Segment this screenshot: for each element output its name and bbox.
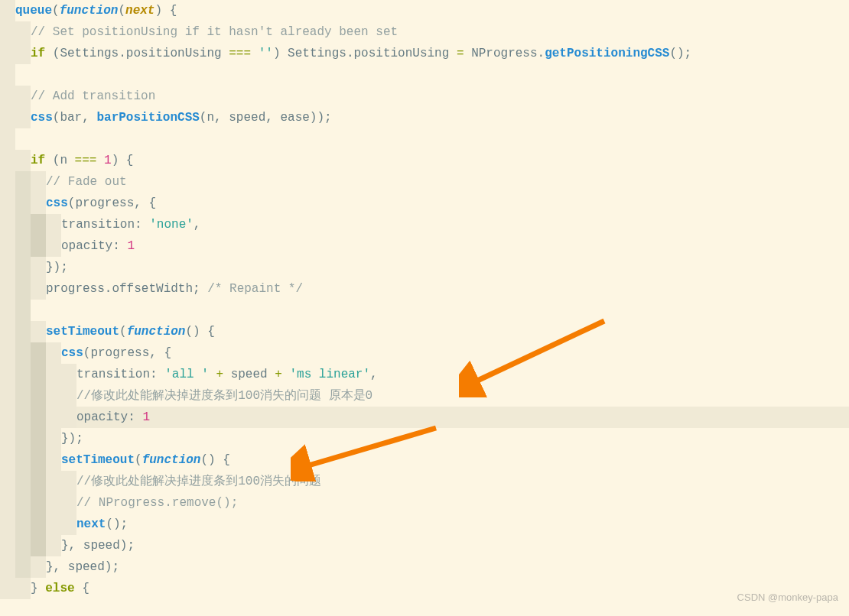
code-line: });	[0, 428, 849, 449]
code-line: setTimeout(function() {	[0, 449, 849, 471]
code-line: // Add transition	[0, 86, 849, 107]
code-line: //修改此处能解决掉进度条到100消失的问题	[0, 471, 849, 492]
code-line: setTimeout(function() {	[0, 321, 849, 342]
code-line	[0, 300, 849, 321]
code-line: queue(function(next) {	[0, 0, 849, 21]
code-line: transition: 'none',	[0, 214, 849, 235]
code-line	[0, 128, 849, 150]
code-line: progress.offsetWidth; /* Repaint */	[0, 278, 849, 300]
code-line: }, speed);	[0, 535, 849, 556]
code-line: }, speed);	[0, 556, 849, 578]
code-line: css(progress, {	[0, 342, 849, 364]
code-line: opacity: 1	[0, 235, 849, 257]
code-block: queue(function(next) { // Set positionUs…	[0, 0, 849, 599]
code-line: //修改此处能解决掉进度条到100消失的问题 原本是0	[0, 385, 849, 407]
code-line: // Set positionUsing if it hasn't alread…	[0, 21, 849, 43]
code-line: css(progress, {	[0, 193, 849, 214]
code-line	[0, 64, 849, 86]
code-line: next();	[0, 514, 849, 535]
code-line: // NProgress.remove();	[0, 492, 849, 514]
watermark: CSDN @monkey-papa	[737, 587, 838, 608]
code-line: if (n === 1) {	[0, 150, 849, 171]
code-line: if (Settings.positionUsing === '') Setti…	[0, 43, 849, 64]
code-line: css(bar, barPositionCSS(n, speed, ease))…	[0, 107, 849, 128]
code-line-highlighted: opacity: 1	[0, 407, 849, 428]
code-line: });	[0, 257, 849, 278]
code-line: transition: 'all ' + speed + 'ms linear'…	[0, 364, 849, 385]
code-line: } else {	[0, 578, 849, 599]
code-line: // Fade out	[0, 171, 849, 193]
